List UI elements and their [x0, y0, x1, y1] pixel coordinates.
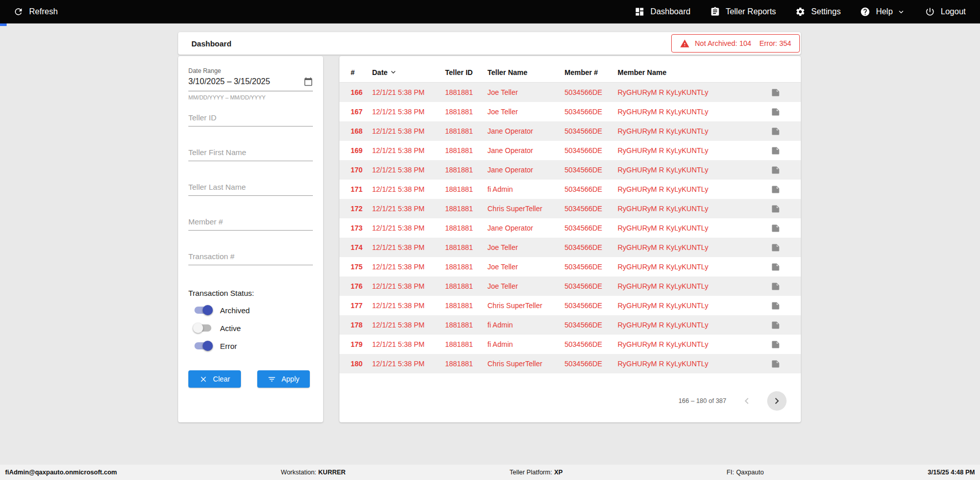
nav-help[interactable]: Help — [860, 7, 905, 17]
row-number: 172 — [351, 205, 372, 213]
dashboard-icon — [634, 7, 645, 17]
archived-switch — [194, 307, 211, 314]
row-date: 12/1/21 5:38 PM — [372, 282, 445, 290]
note-icon[interactable] — [771, 360, 780, 368]
row-teller-name: fi Admin — [487, 185, 565, 193]
row-number: 173 — [351, 224, 372, 232]
table-row[interactable]: 171 12/1/21 5:38 PM 1881881 fi Admin 503… — [339, 180, 801, 199]
table-row[interactable]: 173 12/1/21 5:38 PM 1881881 Jane Operato… — [339, 218, 801, 238]
row-teller-id: 1881881 — [445, 108, 487, 116]
row-number: 177 — [351, 301, 372, 310]
row-teller-id: 1881881 — [445, 321, 487, 329]
row-member-name: RyGHURyM R KyLyKUNTLy — [618, 321, 767, 329]
col-teller-id: Teller ID — [445, 68, 487, 77]
note-icon[interactable] — [771, 146, 780, 155]
table-row[interactable]: 169 12/1/21 5:38 PM 1881881 Jane Operato… — [339, 141, 801, 160]
row-member-name: RyGHURyM R KyLyKUNTLy — [618, 263, 767, 271]
table-row[interactable]: 178 12/1/21 5:38 PM 1881881 fi Admin 503… — [339, 315, 801, 335]
footer-datetime: 3/15/25 4:48 PM — [928, 469, 975, 476]
row-number: 169 — [351, 146, 372, 155]
row-teller-name: Chris SuperTeller — [487, 205, 565, 213]
note-icon[interactable] — [771, 301, 780, 310]
warning-icon — [680, 39, 690, 48]
error-switch — [194, 342, 211, 349]
toggle-error[interactable]: Error — [194, 341, 313, 351]
date-range-helper: MM/DD/YYYY – MM/DD/YYYY — [188, 94, 313, 100]
row-teller-id: 1881881 — [445, 205, 487, 213]
table-row[interactable]: 179 12/1/21 5:38 PM 1881881 fi Admin 503… — [339, 335, 801, 354]
teller-id-input[interactable] — [188, 109, 313, 127]
refresh-button[interactable]: Refresh — [13, 7, 58, 17]
nav-settings[interactable]: Settings — [795, 7, 841, 17]
row-member-name: RyGHURyM R KyLyKUNTLy — [618, 205, 767, 213]
pagination-prev-button[interactable] — [741, 395, 753, 407]
transaction-status-label: Transaction Status: — [188, 289, 313, 297]
note-icon[interactable] — [771, 263, 780, 271]
row-teller-id: 1881881 — [445, 127, 487, 135]
table-row[interactable]: 176 12/1/21 5:38 PM 1881881 Joe Teller 5… — [339, 276, 801, 296]
row-member-number: 5034566DE — [565, 360, 618, 368]
transaction-number-input[interactable] — [188, 248, 313, 265]
calendar-icon[interactable] — [304, 77, 313, 86]
clear-button[interactable]: Clear — [188, 370, 241, 388]
note-icon[interactable] — [771, 205, 780, 213]
navbar-left: Refresh — [13, 7, 58, 17]
member-number-input[interactable] — [188, 213, 313, 231]
chevron-left-icon — [741, 395, 753, 407]
row-member-number: 5034566DE — [565, 282, 618, 290]
alert-not-archived: Not Archived: 104 — [695, 39, 751, 47]
table-row[interactable]: 175 12/1/21 5:38 PM 1881881 Joe Teller 5… — [339, 257, 801, 276]
note-icon[interactable] — [771, 340, 780, 349]
table-row[interactable]: 177 12/1/21 5:38 PM 1881881 Chris SuperT… — [339, 296, 801, 315]
table-row[interactable]: 172 12/1/21 5:38 PM 1881881 Chris SuperT… — [339, 199, 801, 218]
table-body: 166 12/1/21 5:38 PM 1881881 Joe Teller 5… — [339, 83, 801, 373]
row-teller-name: Joe Teller — [487, 243, 565, 251]
row-teller-id: 1881881 — [445, 301, 487, 310]
note-icon[interactable] — [771, 88, 780, 97]
table-row[interactable]: 180 12/1/21 5:38 PM 1881881 Chris SuperT… — [339, 354, 801, 373]
table-row[interactable]: 166 12/1/21 5:38 PM 1881881 Joe Teller 5… — [339, 83, 801, 102]
row-teller-name: Joe Teller — [487, 108, 565, 116]
nav-dashboard[interactable]: Dashboard — [634, 7, 690, 17]
table-row[interactable]: 170 12/1/21 5:38 PM 1881881 Jane Operato… — [339, 160, 801, 180]
nav-logout[interactable]: Logout — [925, 7, 966, 17]
col-date-sort[interactable]: Date — [372, 68, 445, 77]
toggle-archived[interactable]: Archived — [194, 305, 313, 315]
col-teller-name: Teller Name — [487, 68, 565, 77]
toggle-error-label: Error — [220, 342, 237, 350]
table-row[interactable]: 174 12/1/21 5:38 PM 1881881 Joe Teller 5… — [339, 238, 801, 257]
date-range-field[interactable]: 3/10/2025 – 3/15/2025 — [188, 74, 313, 91]
chevron-down-icon — [897, 8, 905, 16]
note-icon[interactable] — [771, 166, 780, 174]
filter-panel: Date Range 3/10/2025 – 3/15/2025 MM/DD/Y… — [178, 56, 323, 422]
footer-platform-value: XP — [554, 469, 563, 476]
note-icon[interactable] — [771, 108, 780, 116]
row-member-number: 5034566DE — [565, 340, 618, 348]
table-row[interactable]: 167 12/1/21 5:38 PM 1881881 Joe Teller 5… — [339, 102, 801, 121]
page-title: Dashboard — [191, 39, 231, 48]
nav-help-label: Help — [876, 7, 893, 16]
reports-icon — [710, 7, 720, 17]
note-icon[interactable] — [771, 185, 780, 194]
toggle-active[interactable]: Active — [194, 323, 313, 333]
row-member-number: 5034566DE — [565, 224, 618, 232]
apply-button[interactable]: Apply — [257, 370, 310, 388]
row-date: 12/1/21 5:38 PM — [372, 224, 445, 232]
row-member-name: RyGHURyM R KyLyKUNTLy — [618, 127, 767, 135]
pagination-next-button[interactable] — [767, 391, 787, 411]
row-teller-name: Joe Teller — [487, 282, 565, 290]
note-icon[interactable] — [771, 282, 780, 291]
note-icon[interactable] — [771, 243, 780, 252]
help-icon — [860, 7, 870, 17]
note-icon[interactable] — [771, 321, 780, 330]
row-number: 166 — [351, 88, 372, 96]
row-number: 171 — [351, 185, 372, 193]
note-icon[interactable] — [771, 224, 780, 233]
teller-last-name-input[interactable] — [188, 179, 313, 196]
nav-teller-reports-label: Teller Reports — [726, 7, 776, 16]
note-icon[interactable] — [771, 127, 780, 136]
table-row[interactable]: 168 12/1/21 5:38 PM 1881881 Jane Operato… — [339, 121, 801, 141]
nav-teller-reports[interactable]: Teller Reports — [710, 7, 776, 17]
row-member-name: RyGHURyM R KyLyKUNTLy — [618, 185, 767, 193]
teller-first-name-input[interactable] — [188, 144, 313, 161]
